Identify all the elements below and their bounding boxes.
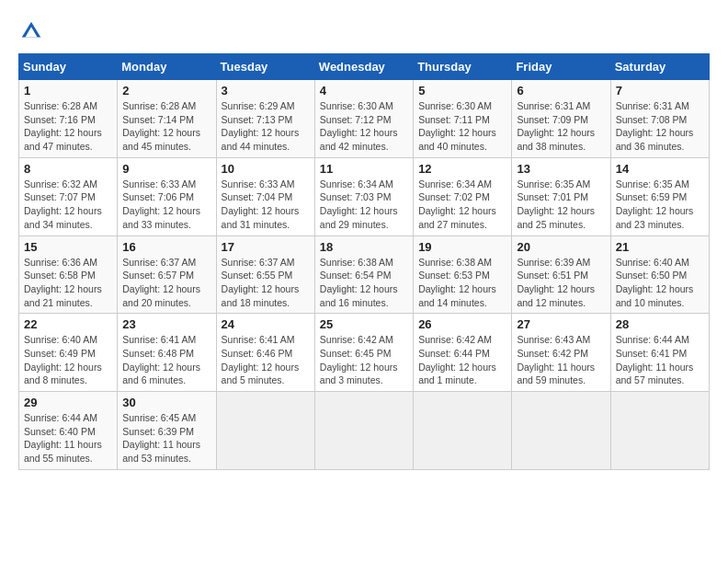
calendar-cell: 13Sunrise: 6:35 AMSunset: 7:01 PMDayligh… bbox=[512, 157, 610, 236]
calendar-cell: 22Sunrise: 6:40 AMSunset: 6:49 PMDayligh… bbox=[19, 314, 118, 392]
calendar-cell: 2Sunrise: 6:28 AMSunset: 7:14 PMDaylight… bbox=[118, 80, 216, 158]
day-info: Sunrise: 6:34 AMSunset: 7:02 PMDaylight:… bbox=[418, 178, 496, 230]
calendar-cell: 20Sunrise: 6:39 AMSunset: 6:51 PMDayligh… bbox=[512, 236, 610, 314]
day-number: 4 bbox=[320, 84, 408, 98]
logo-icon bbox=[18, 18, 44, 44]
calendar-cell: 4Sunrise: 6:30 AMSunset: 7:12 PMDaylight… bbox=[314, 80, 413, 158]
day-info: Sunrise: 6:35 AMSunset: 7:01 PMDaylight:… bbox=[517, 178, 595, 230]
calendar-cell: 6Sunrise: 6:31 AMSunset: 7:09 PMDaylight… bbox=[512, 80, 610, 158]
day-number: 22 bbox=[24, 317, 112, 331]
day-info: Sunrise: 6:44 AMSunset: 6:40 PMDaylight:… bbox=[24, 412, 102, 464]
day-number: 20 bbox=[517, 240, 605, 254]
day-info: Sunrise: 6:42 AMSunset: 6:45 PMDaylight:… bbox=[320, 334, 398, 385]
calendar-cell: 1Sunrise: 6:28 AMSunset: 7:16 PMDaylight… bbox=[19, 80, 118, 158]
calendar-cell bbox=[512, 392, 610, 470]
calendar-cell: 18Sunrise: 6:38 AMSunset: 6:54 PMDayligh… bbox=[314, 236, 413, 314]
day-number: 16 bbox=[122, 240, 210, 254]
weekday-header-friday: Friday bbox=[512, 54, 610, 80]
day-number: 15 bbox=[24, 240, 112, 254]
day-number: 3 bbox=[222, 84, 310, 98]
calendar-table: SundayMondayTuesdayWednesdayThursdayFrid… bbox=[18, 53, 710, 470]
day-info: Sunrise: 6:40 AMSunset: 6:49 PMDaylight:… bbox=[24, 334, 102, 385]
weekday-header-saturday: Saturday bbox=[610, 54, 709, 80]
day-number: 24 bbox=[222, 317, 310, 331]
calendar-cell bbox=[414, 392, 512, 470]
day-info: Sunrise: 6:43 AMSunset: 6:42 PMDaylight:… bbox=[517, 334, 595, 385]
day-info: Sunrise: 6:38 AMSunset: 6:53 PMDaylight:… bbox=[418, 257, 496, 308]
calendar-cell: 25Sunrise: 6:42 AMSunset: 6:45 PMDayligh… bbox=[314, 314, 413, 392]
day-info: Sunrise: 6:35 AMSunset: 6:59 PMDaylight:… bbox=[616, 178, 694, 230]
calendar-week-1: 1Sunrise: 6:28 AMSunset: 7:16 PMDaylight… bbox=[19, 80, 710, 158]
calendar-cell: 28Sunrise: 6:44 AMSunset: 6:41 PMDayligh… bbox=[610, 314, 709, 392]
calendar-cell bbox=[610, 392, 709, 470]
logo bbox=[18, 18, 48, 44]
day-info: Sunrise: 6:30 AMSunset: 7:12 PMDaylight:… bbox=[320, 100, 398, 152]
day-info: Sunrise: 6:41 AMSunset: 6:46 PMDaylight:… bbox=[222, 334, 300, 385]
day-number: 7 bbox=[616, 84, 704, 98]
day-number: 30 bbox=[122, 396, 210, 409]
calendar-cell: 15Sunrise: 6:36 AMSunset: 6:58 PMDayligh… bbox=[19, 236, 118, 314]
calendar-cell: 9Sunrise: 6:33 AMSunset: 7:06 PMDaylight… bbox=[118, 157, 216, 236]
day-number: 17 bbox=[222, 240, 310, 254]
day-number: 1 bbox=[24, 84, 112, 98]
day-number: 13 bbox=[517, 162, 605, 176]
weekday-header-monday: Monday bbox=[118, 54, 216, 80]
day-number: 6 bbox=[517, 84, 605, 98]
calendar-cell: 14Sunrise: 6:35 AMSunset: 6:59 PMDayligh… bbox=[610, 157, 709, 236]
day-number: 9 bbox=[122, 162, 210, 176]
weekday-header-sunday: Sunday bbox=[19, 54, 118, 80]
day-number: 21 bbox=[616, 240, 704, 254]
day-info: Sunrise: 6:31 AMSunset: 7:08 PMDaylight:… bbox=[616, 100, 694, 152]
day-info: Sunrise: 6:28 AMSunset: 7:16 PMDaylight:… bbox=[24, 100, 102, 152]
day-info: Sunrise: 6:39 AMSunset: 6:51 PMDaylight:… bbox=[517, 257, 595, 308]
calendar-cell bbox=[216, 392, 314, 470]
day-number: 8 bbox=[24, 162, 112, 176]
weekday-header-wednesday: Wednesday bbox=[314, 54, 413, 80]
calendar-cell bbox=[314, 392, 413, 470]
day-number: 12 bbox=[418, 162, 506, 176]
calendar-cell: 7Sunrise: 6:31 AMSunset: 7:08 PMDaylight… bbox=[610, 80, 709, 158]
weekday-header-thursday: Thursday bbox=[414, 54, 512, 80]
day-info: Sunrise: 6:29 AMSunset: 7:13 PMDaylight:… bbox=[222, 100, 300, 152]
day-info: Sunrise: 6:36 AMSunset: 6:58 PMDaylight:… bbox=[24, 257, 102, 308]
calendar-cell: 19Sunrise: 6:38 AMSunset: 6:53 PMDayligh… bbox=[414, 236, 512, 314]
day-info: Sunrise: 6:41 AMSunset: 6:48 PMDaylight:… bbox=[122, 334, 200, 385]
day-info: Sunrise: 6:44 AMSunset: 6:41 PMDaylight:… bbox=[616, 334, 694, 385]
day-info: Sunrise: 6:34 AMSunset: 7:03 PMDaylight:… bbox=[320, 178, 398, 230]
day-number: 27 bbox=[517, 317, 605, 331]
day-info: Sunrise: 6:33 AMSunset: 7:06 PMDaylight:… bbox=[122, 178, 200, 230]
day-number: 23 bbox=[122, 317, 210, 331]
day-info: Sunrise: 6:37 AMSunset: 6:57 PMDaylight:… bbox=[122, 257, 200, 308]
calendar-week-3: 15Sunrise: 6:36 AMSunset: 6:58 PMDayligh… bbox=[19, 236, 710, 314]
day-info: Sunrise: 6:38 AMSunset: 6:54 PMDaylight:… bbox=[320, 257, 398, 308]
day-info: Sunrise: 6:30 AMSunset: 7:11 PMDaylight:… bbox=[418, 100, 496, 152]
day-info: Sunrise: 6:45 AMSunset: 6:39 PMDaylight:… bbox=[122, 412, 200, 464]
day-info: Sunrise: 6:42 AMSunset: 6:44 PMDaylight:… bbox=[418, 334, 496, 385]
calendar-cell: 26Sunrise: 6:42 AMSunset: 6:44 PMDayligh… bbox=[414, 314, 512, 392]
day-number: 5 bbox=[418, 84, 506, 98]
page-header bbox=[18, 18, 710, 44]
day-number: 28 bbox=[616, 317, 704, 331]
calendar-cell: 16Sunrise: 6:37 AMSunset: 6:57 PMDayligh… bbox=[118, 236, 216, 314]
calendar-cell: 27Sunrise: 6:43 AMSunset: 6:42 PMDayligh… bbox=[512, 314, 610, 392]
day-info: Sunrise: 6:33 AMSunset: 7:04 PMDaylight:… bbox=[222, 178, 300, 230]
calendar-cell: 29Sunrise: 6:44 AMSunset: 6:40 PMDayligh… bbox=[19, 392, 118, 470]
day-number: 19 bbox=[418, 240, 506, 254]
calendar-cell: 30Sunrise: 6:45 AMSunset: 6:39 PMDayligh… bbox=[118, 392, 216, 470]
calendar-week-4: 22Sunrise: 6:40 AMSunset: 6:49 PMDayligh… bbox=[19, 314, 710, 392]
day-number: 18 bbox=[320, 240, 408, 254]
day-info: Sunrise: 6:40 AMSunset: 6:50 PMDaylight:… bbox=[616, 257, 694, 308]
calendar-cell: 11Sunrise: 6:34 AMSunset: 7:03 PMDayligh… bbox=[314, 157, 413, 236]
day-info: Sunrise: 6:31 AMSunset: 7:09 PMDaylight:… bbox=[517, 100, 595, 152]
calendar-cell: 17Sunrise: 6:37 AMSunset: 6:55 PMDayligh… bbox=[216, 236, 314, 314]
day-number: 14 bbox=[616, 162, 704, 176]
day-info: Sunrise: 6:37 AMSunset: 6:55 PMDaylight:… bbox=[222, 257, 300, 308]
day-number: 26 bbox=[418, 317, 506, 331]
calendar-week-5: 29Sunrise: 6:44 AMSunset: 6:40 PMDayligh… bbox=[19, 392, 710, 470]
calendar-week-2: 8Sunrise: 6:32 AMSunset: 7:07 PMDaylight… bbox=[19, 157, 710, 236]
calendar-cell: 5Sunrise: 6:30 AMSunset: 7:11 PMDaylight… bbox=[414, 80, 512, 158]
day-number: 29 bbox=[24, 396, 112, 409]
day-info: Sunrise: 6:28 AMSunset: 7:14 PMDaylight:… bbox=[122, 100, 200, 152]
calendar-cell: 10Sunrise: 6:33 AMSunset: 7:04 PMDayligh… bbox=[216, 157, 314, 236]
day-number: 2 bbox=[122, 84, 210, 98]
